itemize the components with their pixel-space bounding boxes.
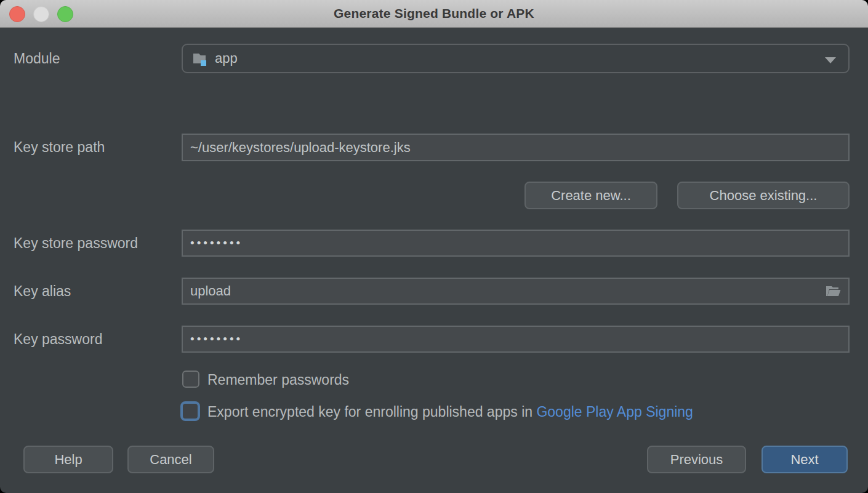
module-folder-icon xyxy=(191,50,209,67)
previous-button[interactable]: Previous xyxy=(647,446,746,473)
help-button[interactable]: Help xyxy=(23,446,113,473)
export-key-label: Export encrypted key for enrolling publi… xyxy=(207,404,693,420)
module-value: app xyxy=(215,50,238,66)
google-play-app-signing-link[interactable]: Google Play App Signing xyxy=(536,404,693,420)
key-password-input[interactable] xyxy=(182,326,850,353)
keystore-path-input[interactable] xyxy=(182,134,850,161)
key-alias-label: Key alias xyxy=(14,283,71,300)
cancel-button[interactable]: Cancel xyxy=(127,446,214,473)
chevron-down-icon xyxy=(825,57,836,63)
key-password-label: Key password xyxy=(14,331,102,348)
choose-existing-button[interactable]: Choose existing... xyxy=(677,182,850,209)
open-folder-icon[interactable] xyxy=(824,283,842,302)
close-window-button[interactable] xyxy=(9,6,25,22)
keystore-path-label: Key store path xyxy=(14,139,105,156)
module-label: Module xyxy=(14,50,60,67)
export-key-text: Export encrypted key for enrolling publi… xyxy=(207,404,532,420)
traffic-lights xyxy=(9,6,73,22)
next-button[interactable]: Next xyxy=(762,446,848,473)
keystore-password-label: Key store password xyxy=(14,235,138,252)
export-key-checkbox[interactable] xyxy=(180,401,200,421)
module-dropdown[interactable]: app xyxy=(182,44,850,73)
zoom-window-button[interactable] xyxy=(57,6,73,22)
remember-passwords-checkbox[interactable] xyxy=(182,371,199,388)
title-bar: Generate Signed Bundle or APK xyxy=(0,0,868,28)
generate-signed-bundle-dialog: Generate Signed Bundle or APK Module app… xyxy=(0,0,868,493)
remember-passwords-label: Remember passwords xyxy=(207,372,349,388)
keystore-password-input[interactable] xyxy=(182,230,850,257)
key-alias-input[interactable] xyxy=(182,278,850,305)
minimize-window-button[interactable] xyxy=(33,6,49,22)
create-new-button[interactable]: Create new... xyxy=(524,182,657,209)
window-title: Generate Signed Bundle or APK xyxy=(334,6,534,21)
